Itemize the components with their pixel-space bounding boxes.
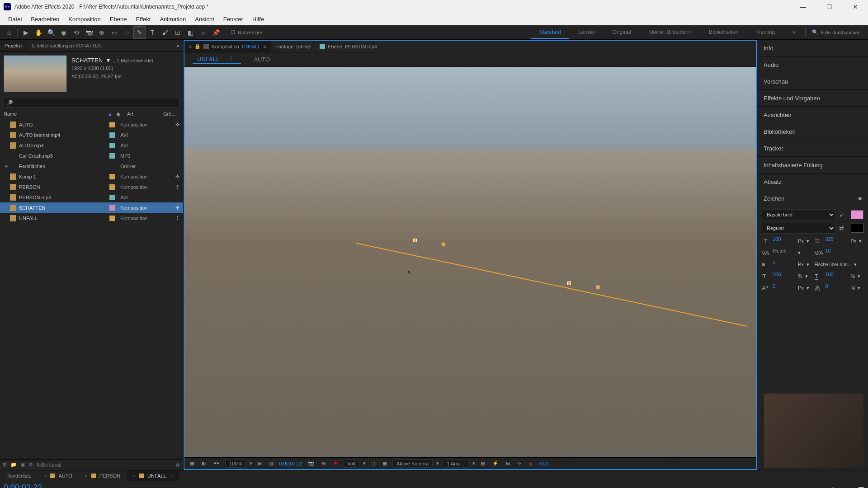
puppet-tool[interactable]: 📌 [209, 26, 222, 39]
selection-tool[interactable]: ▶ [19, 26, 32, 39]
label-color-swatch[interactable] [109, 216, 115, 221]
col-size-header[interactable]: Grö... [163, 111, 179, 117]
trash-icon[interactable]: 🗑 [175, 462, 180, 468]
shape-tool[interactable]: ▭ [108, 26, 121, 39]
label-color-swatch[interactable] [109, 195, 115, 200]
workspace-kleiner-bildschirm[interactable]: Kleiner Bildschirm [640, 26, 700, 39]
interpret-footage-icon[interactable]: ⊞ [3, 462, 7, 468]
eyedropper-icon[interactable]: ➶ [839, 211, 847, 218]
panel-menu-icon[interactable]: » [173, 43, 183, 48]
label-color-swatch[interactable] [109, 143, 115, 148]
col-label-header[interactable]: ◉ [116, 111, 127, 117]
ellipse-tool[interactable]: ○ [121, 26, 133, 39]
flowchart-icon[interactable]: ⊹ [175, 184, 179, 190]
panel-absatz[interactable]: Absatz [757, 174, 868, 190]
views-dropdown[interactable]: 1 Ansi... [443, 460, 468, 468]
vscale-field[interactable]: 100 [773, 272, 795, 281]
minimize-button[interactable]: — [794, 3, 812, 10]
menu-datei[interactable]: Datei [4, 16, 26, 23]
maximize-button[interactable]: ☐ [820, 3, 838, 10]
workspace-overflow[interactable]: » [784, 26, 803, 39]
color-depth[interactable]: 8-Bit-Kanal [37, 462, 61, 468]
hand-tool[interactable]: ✋ [32, 26, 45, 39]
footage-viewer-tab[interactable]: Footage (ohne) [271, 41, 315, 52]
home-tool[interactable]: ⌂ [3, 26, 15, 39]
panel-zeichen[interactable]: Zeichen ≡ [757, 190, 868, 206]
mask-toggle[interactable]: ◐ [200, 460, 208, 466]
timeline-icon[interactable]: ⊟ [504, 460, 512, 466]
panel-effekte[interactable]: Effekte und Vorgaben [757, 90, 868, 106]
menu-bearbeiten[interactable]: Bearbeiten [26, 16, 64, 23]
label-color-swatch[interactable] [109, 153, 115, 159]
brush-tool[interactable]: 🖌 [159, 26, 171, 39]
zoom-dropdown[interactable]: 100% [225, 460, 246, 468]
path-vertex[interactable] [567, 282, 571, 285]
project-tab[interactable]: Projekt ≡ [0, 40, 28, 51]
path-vertex[interactable] [596, 286, 599, 289]
workspace-original[interactable]: Original [604, 26, 639, 39]
text-tool[interactable]: T [146, 26, 159, 39]
workspace-lernen[interactable]: Lernen [570, 26, 603, 39]
font-size-field[interactable]: 100 [773, 236, 795, 245]
channel-icon[interactable]: ❀ [332, 460, 340, 466]
timeline-tab-auto[interactable]: ×AUTO [38, 470, 79, 481]
panel-tracker[interactable]: Tracker [757, 140, 868, 156]
effect-controls-tab[interactable]: Effekteinstellungen SCHATTEN [28, 40, 106, 51]
path-vertex[interactable] [413, 239, 417, 242]
col-type-header[interactable]: Art [127, 111, 163, 117]
grid-icon[interactable]: ⊞ [256, 460, 264, 466]
close-tab-icon[interactable]: × [189, 44, 192, 49]
sort-icon[interactable]: ▲ [108, 111, 113, 117]
timeline-tab-renderliste[interactable]: Renderliste [0, 470, 38, 481]
roi-icon[interactable]: ◻ [369, 460, 377, 466]
project-item[interactable]: AUTO bremst.mp4 AVI [0, 130, 183, 140]
pixel-aspect-icon[interactable]: ▤ [479, 460, 487, 466]
close-icon[interactable]: × [44, 474, 47, 479]
alpha-toggle[interactable]: ▦ [188, 460, 196, 466]
swap-icon[interactable]: ⇄ [839, 225, 847, 232]
panel-audio[interactable]: Audio [757, 56, 868, 73]
zoom-tool[interactable]: 🔍 [45, 26, 57, 39]
eraser-tool[interactable]: ◧ [184, 26, 197, 39]
flowchart-icon[interactable]: ⊹ [175, 205, 179, 211]
panel-vorschau[interactable]: Vorschau [757, 73, 868, 89]
stroke-width-field[interactable]: 0 [773, 260, 795, 269]
panel-bibliotheken[interactable]: Bibliotheken [757, 123, 868, 140]
menu-hilfe[interactable]: Hilfe [248, 16, 269, 23]
font-style-select[interactable]: Regular [762, 223, 835, 234]
rotate-tool[interactable]: ⟲ [70, 26, 83, 39]
menu-effekt[interactable]: Effekt [131, 16, 155, 23]
expander-icon[interactable]: ▸ [4, 163, 10, 169]
dropdown-icon[interactable]: ▼ [105, 57, 111, 64]
panel-ausrichten[interactable]: Ausrichten [757, 107, 868, 123]
project-item[interactable]: PERSON Komposition ⊹ [0, 182, 183, 192]
project-settings-icon[interactable]: ⚙ [28, 462, 33, 468]
stroke-color-swatch[interactable] [851, 224, 863, 233]
resolution-dropdown[interactable]: Voll [343, 460, 359, 468]
flowchart-icon[interactable]: ⊹ [175, 215, 179, 221]
baseline-field[interactable]: 0 [773, 283, 795, 292]
project-item[interactable]: UNFALL Komposition ⊹ [0, 213, 183, 223]
leading-field[interactable]: 325 [826, 236, 848, 245]
camera-tool[interactable]: 📷 [83, 26, 95, 39]
layer-viewer-tab[interactable]: Ebene PERSON.mp4 [315, 41, 382, 52]
panel-info[interactable]: Info [757, 40, 868, 56]
exposure-value[interactable]: +0,0 [538, 461, 548, 466]
timeline-search[interactable]: ρ. [62, 485, 171, 488]
close-icon[interactable]: × [85, 474, 88, 479]
close-button[interactable]: ✕ [846, 3, 864, 10]
path-vertex[interactable] [442, 243, 445, 246]
menu-animation[interactable]: Animation [155, 16, 190, 23]
new-comp-icon[interactable]: ▣ [20, 462, 25, 468]
label-color-swatch[interactable] [109, 184, 115, 190]
guides-icon[interactable]: ▥ [267, 460, 275, 466]
transparency-icon[interactable]: ▦ [381, 460, 389, 466]
lock-icon[interactable]: 🔒 [194, 43, 201, 49]
orbit-tool[interactable]: ◉ [57, 26, 70, 39]
roto-brush-tool[interactable]: ⟐ [197, 26, 209, 39]
hscale-field[interactable]: 100 [826, 272, 848, 281]
kerning-field[interactable]: Metrik [773, 248, 795, 257]
nav-auto[interactable]: AUTO [249, 56, 274, 63]
pen-tool[interactable]: ✎ [133, 26, 146, 39]
snapshot-icon[interactable]: 📷 [306, 460, 316, 466]
